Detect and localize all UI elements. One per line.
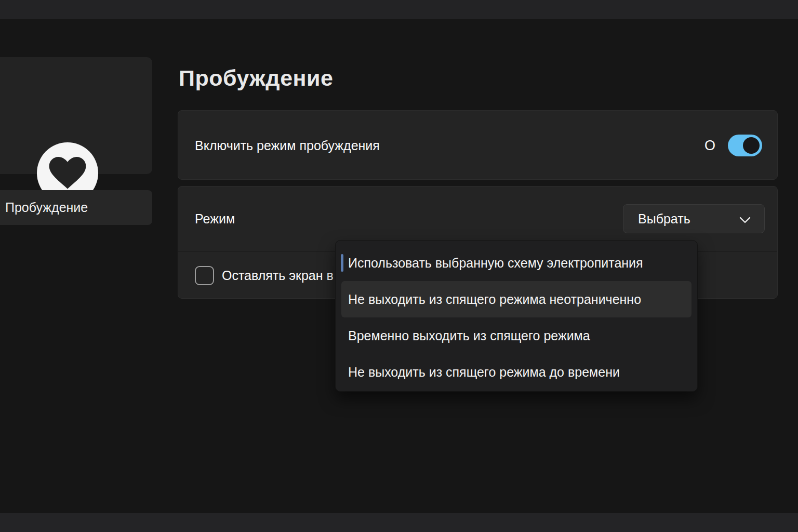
page-title: Пробуждение — [179, 65, 333, 91]
toggle-control-group: О — [704, 111, 762, 180]
menu-item-temporary-wake[interactable]: Временно выходить из спящего режима — [341, 317, 691, 354]
menu-item-no-wake-until-time[interactable]: Не выходить из спящего режима до времени — [341, 354, 691, 390]
keep-screen-label: Оставлять экран в — [222, 252, 334, 299]
mode-select-dropdown[interactable]: Выбрать — [623, 204, 765, 233]
wake-mode-toggle[interactable] — [728, 135, 762, 156]
sidebar-item-wake[interactable]: Пробуждение — [0, 190, 152, 225]
chevron-down-icon — [739, 216, 751, 225]
menu-item-no-wake-unlimited[interactable]: Не выходить из спящего режима неотраниче… — [341, 281, 691, 317]
toggle-knob — [743, 137, 760, 154]
toggle-row-label: Включить режим пробуждения — [195, 111, 380, 180]
wake-mode-toggle-row: Включить режим пробуждения О — [178, 110, 778, 180]
toggle-state-label: О — [704, 138, 715, 154]
top-bar — [0, 0, 798, 19]
sidebar-hero-card[interactable] — [0, 57, 152, 174]
mode-select-label: Выбрать — [638, 211, 690, 227]
selected-indicator-bar — [341, 254, 343, 272]
mode-row-label: Режим — [195, 187, 235, 251]
keep-screen-checkbox[interactable] — [195, 266, 214, 285]
settings-window: Пробуждение Пробуждение Включить режим п… — [0, 0, 798, 532]
bottom-bar — [0, 513, 798, 532]
mode-dropdown-menu: Использовать выбранную схему электропита… — [335, 240, 698, 392]
menu-item-power-scheme[interactable]: Использовать выбранную схему электропита… — [341, 245, 691, 281]
